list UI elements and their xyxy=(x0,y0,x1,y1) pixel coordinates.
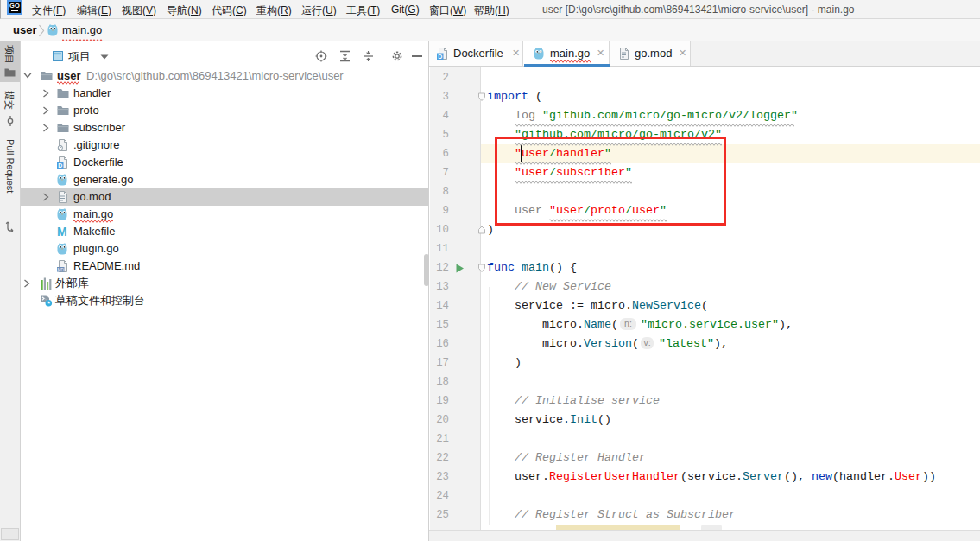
svg-text:D: D xyxy=(58,162,62,169)
svg-text:D: D xyxy=(438,54,442,60)
svg-text:MD: MD xyxy=(58,268,65,272)
